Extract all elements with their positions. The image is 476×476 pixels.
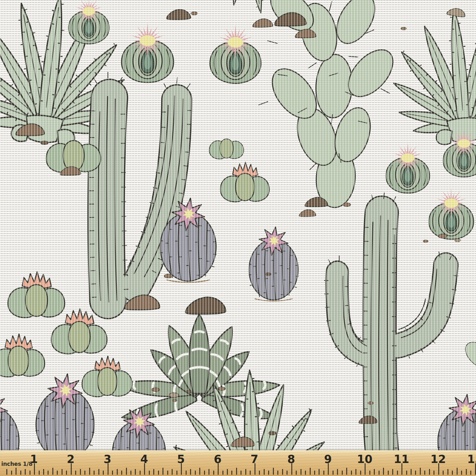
ruler-tick: [268, 471, 269, 475]
ruler-tick: [30, 471, 30, 475]
pebble: [151, 388, 159, 392]
ruler-tick: [34, 463, 35, 475]
ruler-tick: [255, 463, 255, 475]
fabric-swatch-photo: inches 1/8 12345678910111213: [0, 0, 476, 476]
ruler-tick: [429, 469, 430, 475]
ruler-tick: [369, 471, 370, 475]
ruler-tick: [291, 463, 292, 475]
pebble: [173, 399, 177, 402]
stone: [299, 209, 316, 216]
ruler-tick: [424, 471, 425, 475]
pebble: [439, 234, 447, 238]
ruler-tick: [199, 468, 200, 475]
ruler-tick: [310, 468, 311, 475]
ruler-tick: [461, 471, 462, 475]
ruler-tick: [222, 471, 223, 475]
ruler-tick: [374, 469, 375, 475]
paired-cactus: [209, 139, 244, 159]
pebble: [169, 393, 179, 398]
ruler-tick: [365, 463, 366, 475]
ruler-tick: [25, 469, 26, 475]
ruler-tick: [415, 471, 416, 475]
ruler-tick: [94, 471, 95, 475]
ruler-tick: [158, 471, 159, 475]
ruler-tick: [20, 471, 21, 475]
barrel-cactus: [0, 390, 19, 450]
ruler-tick: [259, 471, 260, 475]
ruler-tick: [328, 463, 329, 475]
pebble: [368, 402, 374, 405]
ruler-tick: [6, 469, 7, 475]
wooden-ruler: inches 1/8 12345678910111213: [0, 450, 476, 476]
flowering-round-cactus: [69, 0, 109, 44]
ruler-tick: [172, 469, 173, 475]
ruler-tick: [342, 471, 343, 475]
ruler-tick: [323, 471, 324, 475]
ruler-tick: [71, 463, 72, 475]
ruler-tick: [176, 471, 177, 475]
crown-flower-cactus: [8, 272, 65, 318]
ruler-tick: [296, 471, 297, 475]
ruler-tick: [89, 468, 90, 475]
ruler-tick: [282, 469, 283, 475]
ruler-unit-label: inches 1/8: [1, 461, 32, 467]
ruler-tick: [277, 471, 278, 475]
ruler-tick: [406, 471, 407, 475]
flowering-round-cactus: [386, 143, 430, 193]
pebble: [423, 240, 428, 242]
pebble: [265, 273, 271, 276]
ruler-tick: [153, 469, 154, 475]
ruler-tick: [351, 471, 352, 475]
ruler-tick: [84, 471, 85, 475]
ruler-tick: [305, 471, 306, 475]
ruler-tick: [130, 471, 131, 475]
ruler-tick: [457, 468, 458, 475]
ruler-tick: [167, 471, 168, 475]
pebble: [401, 27, 407, 30]
ruler-tick: [208, 469, 209, 475]
ruler-tick: [346, 468, 347, 475]
ruler-tick: [126, 468, 127, 475]
barrel-cactus: [438, 392, 476, 450]
ruler-tick: [301, 469, 301, 475]
ruler-tick: [466, 469, 467, 475]
ruler-tick: [379, 471, 380, 475]
cactus-pad-partial: [460, 337, 476, 374]
flowering-round-cactus: [122, 23, 174, 83]
ruler-tick: [213, 471, 214, 475]
ruler-tick: [190, 469, 191, 475]
ruler-tick: [80, 469, 81, 475]
ruler-tick: [443, 471, 444, 475]
ruler-tick: [108, 463, 109, 475]
ruler-tick: [149, 471, 150, 475]
pebble: [268, 431, 276, 435]
ruler-tick: [162, 468, 163, 475]
ruler-tick: [236, 468, 237, 475]
ruler-tick: [75, 471, 76, 475]
crown-flower-cactus: [82, 356, 132, 397]
ruler-tick: [140, 471, 141, 475]
pebble: [191, 12, 198, 15]
barrel-cactus: [249, 225, 298, 301]
ruler-tick: [401, 463, 402, 475]
ruler-tick: [135, 469, 136, 475]
ruler-tick: [195, 471, 196, 475]
pebble: [41, 141, 48, 145]
pebble: [164, 274, 172, 278]
ruler-tick: [433, 471, 434, 475]
flowering-round-cactus: [210, 25, 261, 83]
pebble: [218, 387, 226, 390]
ruler-tick: [360, 471, 361, 475]
ruler-tick: [48, 471, 49, 475]
ruler-tick: [121, 471, 122, 475]
ruler-tick: [62, 469, 63, 475]
ruler-tick: [231, 471, 232, 475]
ruler-tick: [470, 471, 471, 475]
pebble: [343, 203, 351, 207]
crown-flower-cactus: [0, 334, 45, 377]
ruler-tick: [57, 471, 58, 475]
ruler-tick: [227, 469, 228, 475]
ruler-tick: [383, 468, 384, 475]
ruler-tick: [43, 469, 44, 475]
flowering-round-cactus: [429, 188, 473, 239]
